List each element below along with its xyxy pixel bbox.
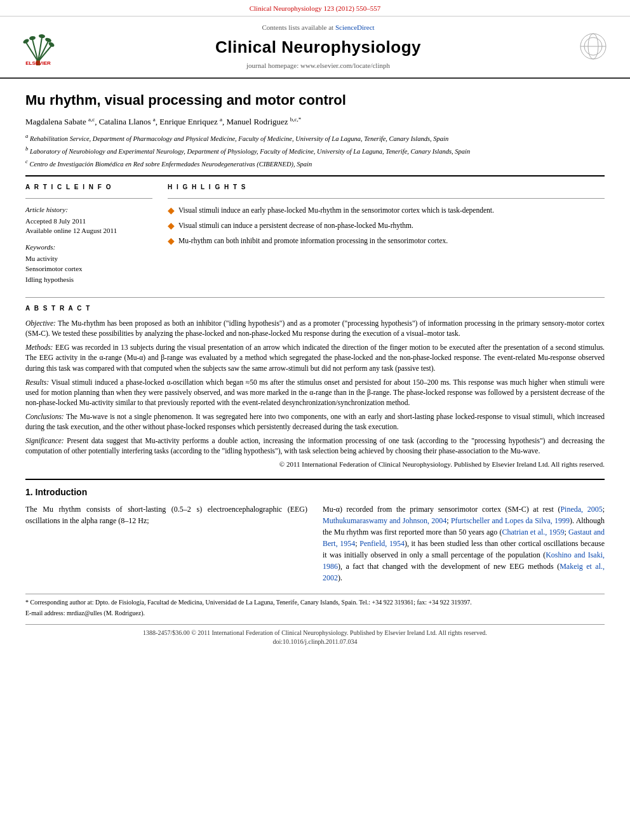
highlights-divider bbox=[168, 198, 605, 199]
ref-chatrian1959[interactable]: Chatrian et al., 1959 bbox=[502, 528, 564, 537]
footnote-email: E-mail address: mrdiaz@ulles (M. Rodrigu… bbox=[25, 609, 605, 618]
keywords-row: Keywords: Mu activity Sensorimotor corte… bbox=[25, 243, 152, 285]
affiliation-c: Centro de Investigación Biomédica en Red… bbox=[30, 161, 312, 168]
ref-makeig2002[interactable]: Makeig et al., 2002 bbox=[323, 562, 605, 582]
article-title: Mu rhythm, visual processing and motor c… bbox=[25, 91, 605, 110]
abstract-conclusions: Conclusions: The Mu-wave is not a single… bbox=[25, 411, 605, 432]
available-online: Available online 12 August 2011 bbox=[25, 226, 152, 236]
intro-left-col: The Mu rhythm consists of short-lasting … bbox=[25, 503, 307, 587]
bullet-icon-1: ◆ bbox=[168, 204, 175, 217]
intro-right-col: Mu-α) recorded from the primary sensorim… bbox=[323, 503, 605, 587]
conclusions-text: The Mu-wave is not a single phenomenon. … bbox=[25, 413, 605, 430]
significance-text: Present data suggest that Mu-activity pe… bbox=[25, 437, 605, 455]
ref-muthukumaraswamy2004[interactable]: Muthukumaraswamy and Johnson, 2004 bbox=[323, 516, 446, 525]
highlights-label: H I G H L I G H T S bbox=[168, 183, 605, 192]
methods-text: EEG was recorded in 13 subjects during t… bbox=[25, 343, 605, 371]
contents-available-line: Contents lists available at ScienceDirec… bbox=[64, 23, 573, 32]
abstract-significance: Significance: Present data suggest that … bbox=[25, 436, 605, 456]
ref-pineda2005[interactable]: Pineda, 2005 bbox=[560, 505, 602, 514]
footnote-corresponding: * Corresponding author at: Dpto. de Fisi… bbox=[25, 598, 605, 607]
svg-text:ELSEVIER: ELSEVIER bbox=[25, 60, 51, 65]
authors-line: Magdalena Sabate a,c, Catalina Llanos a,… bbox=[25, 116, 605, 128]
highlight-item-2: ◆ Visual stimuli can induce a persistent… bbox=[168, 220, 605, 232]
affiliation-b: Laboratory of Neurobiology and Experimen… bbox=[30, 147, 470, 154]
conclusions-label: Conclusions: bbox=[25, 413, 64, 420]
highlights-col: H I G H L I G H T S ◆ Visual stimuli ind… bbox=[168, 183, 605, 288]
results-label: Results: bbox=[25, 378, 49, 386]
highlight-text-1: Visual stimuli induce an early phase-loc… bbox=[178, 205, 494, 215]
bullet-icon-3: ◆ bbox=[168, 235, 175, 248]
journal-citation: Clinical Neurophysiology 123 (2012) 550–… bbox=[250, 4, 381, 12]
highlight-item-1: ◆ Visual stimuli induce an early phase-l… bbox=[168, 205, 605, 217]
keyword-3: Idling hypothesis bbox=[25, 275, 152, 284]
abstract-section: A B S T R A C T Objective: The Mu-rhythm… bbox=[25, 297, 605, 470]
abstract-objective: Objective: The Mu-rhythm has been propos… bbox=[25, 318, 605, 338]
bullet-icon-2: ◆ bbox=[168, 220, 175, 232]
article-info-col: A R T I C L E I N F O Article history: A… bbox=[25, 183, 152, 288]
intro-body: The Mu rhythm consists of short-lasting … bbox=[25, 503, 605, 587]
abstract-label: A B S T R A C T bbox=[25, 304, 605, 313]
article-info-highlights: A R T I C L E I N F O Article history: A… bbox=[25, 183, 605, 288]
journal-title: Clinical Neurophysiology bbox=[64, 36, 573, 58]
accepted-date: Accepted 8 July 2011 bbox=[25, 217, 152, 226]
article-info-divider bbox=[25, 198, 152, 199]
objective-label: Objective: bbox=[25, 319, 56, 327]
methods-label: Methods: bbox=[25, 343, 53, 351]
highlight-text-2: Visual stimuli can induce a persistent d… bbox=[178, 220, 413, 230]
history-label: Article history: bbox=[25, 205, 152, 215]
title-divider bbox=[25, 175, 605, 177]
results-text: Visual stimuli induced a phase-locked α-… bbox=[25, 378, 605, 406]
history-row: Article history: Accepted 8 July 2011 Av… bbox=[25, 205, 152, 236]
right-logo-svg bbox=[573, 31, 614, 62]
footnotes: * Corresponding author at: Dpto. de Fisi… bbox=[25, 594, 605, 618]
affiliation-a: Rehabilitation Service, Department of Ph… bbox=[30, 135, 448, 142]
highlight-text-3: Mu-rhythm can both inhibit and promote i… bbox=[178, 236, 448, 246]
article-info-label: A R T I C L E I N F O bbox=[25, 183, 152, 192]
elsevier-logo: ELSEVIER bbox=[13, 28, 64, 66]
abstract-methods: Methods: EEG was recorded in 13 subjects… bbox=[25, 342, 605, 373]
right-logo bbox=[573, 31, 617, 63]
elsevier-logo-svg: ELSEVIER bbox=[13, 29, 63, 65]
journal-banner: ELSEVIER Contents lists available at Sci… bbox=[0, 17, 630, 78]
abstract-copyright: © 2011 International Federation of Clini… bbox=[25, 460, 605, 469]
ref-pfurtscheller1999[interactable]: Pfurtscheller and Lopes da Silva, 1999 bbox=[451, 516, 570, 525]
keywords-label: Keywords: bbox=[25, 243, 152, 252]
abstract-divider bbox=[25, 479, 605, 480]
sciencedirect-link[interactable]: ScienceDirect bbox=[335, 23, 375, 31]
journal-center-info: Contents lists available at ScienceDirec… bbox=[64, 23, 573, 70]
main-content: Mu rhythm, visual processing and motor c… bbox=[0, 79, 630, 660]
intro-left-para: The Mu rhythm consists of short-lasting … bbox=[25, 503, 307, 526]
ref-penfield1954[interactable]: Penfield, 1954 bbox=[359, 539, 405, 548]
significance-label: Significance: bbox=[25, 437, 64, 444]
objective-text: The Mu-rhythm has been proposed as both … bbox=[25, 319, 605, 337]
citation-bar: Clinical Neurophysiology 123 (2012) 550–… bbox=[0, 0, 630, 17]
affiliations: a Rehabilitation Service, Department of … bbox=[25, 132, 605, 170]
intro-right-para: Mu-α) recorded from the primary sensorim… bbox=[323, 503, 605, 583]
bottom-copyright-text: 1388-2457/$36.00 © 2011 International Fe… bbox=[143, 629, 487, 636]
bottom-copyright: 1388-2457/$36.00 © 2011 International Fe… bbox=[25, 624, 605, 646]
keywords-list: Mu activity Sensorimotor cortex Idling h… bbox=[25, 254, 152, 284]
keyword-2: Sensorimotor cortex bbox=[25, 264, 152, 274]
abstract-results: Results: Visual stimuli induced a phase-… bbox=[25, 377, 605, 408]
keyword-1: Mu activity bbox=[25, 254, 152, 263]
highlight-item-3: ◆ Mu-rhythm can both inhibit and promote… bbox=[168, 236, 605, 248]
intro-header: 1. Introduction bbox=[25, 486, 605, 499]
doi-text: doi:10.1016/j.clinph.2011.07.034 bbox=[272, 638, 357, 645]
homepage-line: journal homepage: www.elsevier.com/locat… bbox=[64, 61, 573, 70]
